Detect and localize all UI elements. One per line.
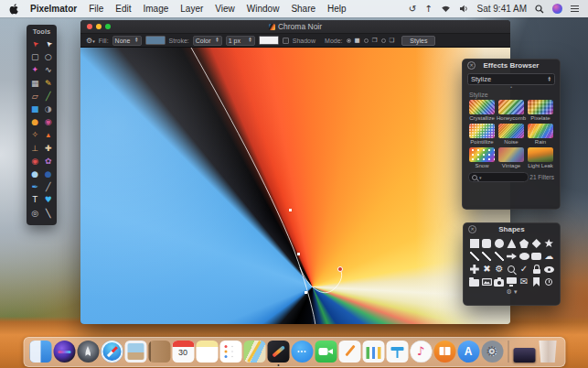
close-icon[interactable]: ✕ — [467, 61, 476, 70]
shape-display[interactable] — [507, 277, 517, 287]
dock-reminders[interactable] — [219, 341, 241, 363]
slice-tool[interactable]: ╱ — [42, 180, 56, 193]
mode-radio-normal[interactable] — [347, 38, 351, 43]
dock-trash[interactable] — [537, 341, 559, 363]
crop-tool[interactable]: ▦ — [28, 77, 42, 90]
dock-maps[interactable] — [243, 341, 265, 363]
notification-center-icon[interactable] — [571, 5, 579, 12]
shape-pentagon[interactable] — [519, 239, 529, 248]
shape-lock[interactable] — [533, 265, 540, 274]
mode-radio-component[interactable] — [381, 38, 386, 43]
color-brush-tool[interactable]: ◉ — [42, 115, 56, 128]
shape-star[interactable] — [544, 239, 553, 248]
red-eye-tool[interactable]: ◉ — [28, 155, 42, 168]
effect-noise[interactable]: Noise — [497, 124, 526, 145]
path-anchor-point[interactable] — [289, 209, 292, 211]
blur-tool[interactable]: ● — [28, 168, 42, 180]
pencil-tool[interactable]: ✎ — [42, 77, 56, 90]
sponge-tool[interactable]: ✿ — [42, 155, 56, 168]
type-tool[interactable]: T — [28, 193, 42, 206]
effect-crystallize[interactable]: Crystallize — [467, 100, 497, 121]
stroke-color-swatch[interactable] — [259, 36, 279, 45]
stroke-popup[interactable]: Color ▲▼ — [193, 36, 222, 46]
dock-keynote[interactable] — [386, 341, 408, 363]
menu-layer[interactable]: Layer — [180, 4, 203, 14]
siri-icon[interactable] — [552, 4, 562, 14]
menu-app-name[interactable]: Pixelmator — [30, 4, 77, 14]
pen-tool[interactable]: ✒ — [28, 180, 42, 193]
dock-contacts[interactable] — [148, 341, 170, 363]
shape-clock[interactable] — [545, 278, 552, 286]
path-endpoint[interactable] — [337, 266, 343, 272]
shape-gear[interactable]: ⚙ — [495, 265, 503, 274]
up-arrow-icon[interactable]: ↑ — [424, 5, 432, 14]
shape-multiply[interactable]: ✖ — [483, 265, 490, 274]
eraser-tool[interactable]: ▱ — [28, 90, 42, 103]
effect-vintage[interactable]: Vintage — [497, 147, 526, 168]
fill-color-swatch[interactable] — [145, 36, 166, 45]
menu-file[interactable]: File — [89, 4, 103, 14]
effect-snow[interactable]: Snow — [467, 147, 497, 168]
minimize-window-button[interactable] — [96, 24, 102, 29]
styles-button[interactable]: Styles — [401, 36, 435, 46]
shape-magnifier[interactable] — [508, 265, 515, 273]
dock-appstore[interactable] — [457, 341, 479, 363]
close-icon[interactable]: ✕ — [468, 225, 476, 233]
shape-bookmark[interactable] — [533, 277, 540, 287]
shape-line-1[interactable] — [470, 252, 479, 261]
menu-share[interactable]: Share — [291, 4, 315, 14]
brush-tool[interactable]: ● — [28, 115, 42, 128]
path-anchor-point[interactable] — [297, 253, 300, 255]
dock-launchpad[interactable] — [77, 341, 99, 363]
time-machine-icon[interactable]: ↺ — [409, 5, 416, 14]
retouch-tool[interactable]: ✧ — [28, 128, 42, 141]
shape-tool[interactable]: ♥ — [42, 193, 56, 206]
dock-pages[interactable] — [338, 341, 360, 363]
menu-edit[interactable]: Edit — [115, 4, 131, 14]
shape-rounded-square[interactable] — [482, 239, 491, 248]
dock-notes[interactable] — [196, 341, 218, 363]
menu-help[interactable]: Help — [327, 4, 347, 14]
close-window-button[interactable] — [87, 24, 92, 29]
shapes-settings-gear[interactable]: ⚙ ▾ — [464, 288, 560, 297]
effect-pointillize[interactable]: Pointillize — [467, 124, 497, 145]
dock-ibooks[interactable] — [433, 341, 455, 363]
shape-square[interactable] — [470, 239, 479, 248]
shape-cloud[interactable]: ☁ — [544, 252, 553, 261]
shape-picture[interactable] — [482, 278, 492, 286]
dock-numbers[interactable] — [362, 341, 384, 363]
dock-system-preferences[interactable] — [481, 341, 503, 363]
apple-menu[interactable] — [9, 4, 18, 15]
menu-image[interactable]: Image — [144, 4, 169, 14]
dock-minimized-window[interactable] — [513, 348, 535, 363]
clone-stamp-tool[interactable]: ⊥ — [28, 142, 42, 155]
dock-itunes[interactable] — [410, 341, 432, 363]
shape-triangle[interactable] — [507, 239, 516, 248]
burn-tool[interactable]: ▴ — [42, 128, 56, 141]
shape-line-2[interactable] — [482, 252, 491, 261]
paint-tool[interactable]: ╱ — [42, 90, 56, 103]
shape-diamond[interactable] — [532, 239, 541, 248]
shape-checkmark[interactable]: ✓ — [520, 265, 528, 274]
menu-clock[interactable]: Sat 9:41 AM — [477, 4, 527, 14]
shadow-checkbox[interactable] — [283, 38, 289, 44]
volume-icon[interactable] — [459, 5, 469, 13]
effect-rain[interactable]: Rain — [526, 124, 555, 145]
fill-popup[interactable]: None ▲▼ — [112, 36, 142, 46]
sharpen-tool[interactable]: ● — [42, 168, 56, 180]
wifi-icon[interactable] — [441, 5, 451, 13]
magic-wand-tool[interactable]: ✦ — [28, 63, 42, 76]
spotlight-icon[interactable] — [535, 5, 544, 14]
effect-pixelate[interactable]: Pixelate — [526, 100, 555, 121]
shape-envelope[interactable]: ✉ — [520, 277, 528, 287]
mode-radio-combined[interactable] — [364, 38, 369, 43]
dock-pixelmator[interactable] — [267, 341, 289, 363]
dock-finder[interactable] — [29, 341, 51, 363]
shape-plus[interactable] — [470, 265, 479, 274]
healing-tool[interactable]: ✚ — [42, 142, 56, 155]
gradient-tool[interactable]: ◑ — [42, 103, 56, 115]
zoom-tool[interactable]: ◎ — [28, 206, 42, 219]
shape-speech-rect[interactable] — [531, 253, 541, 260]
lasso-tool[interactable]: ∿ — [42, 63, 56, 76]
effects-search-field[interactable]: ▾ — [468, 172, 529, 182]
